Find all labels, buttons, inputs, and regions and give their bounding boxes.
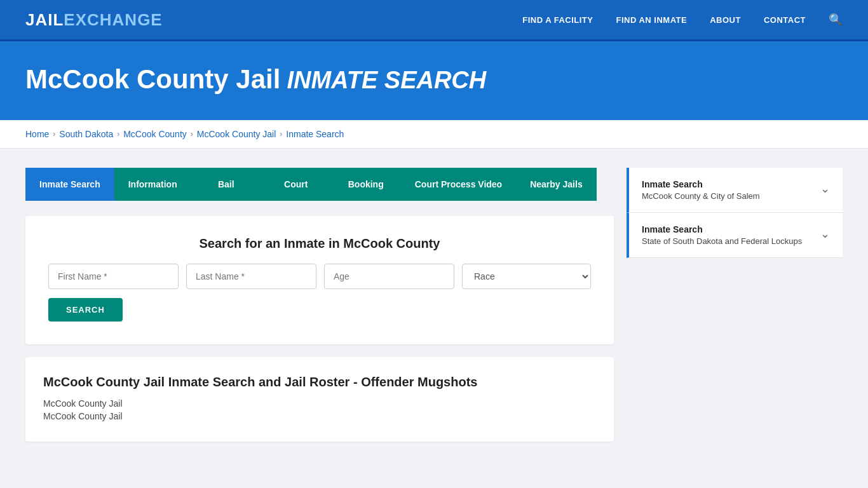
breadcrumb-sep-3: › [191, 130, 193, 139]
sidebar-card-sd-label: Inmate Search [642, 224, 802, 234]
breadcrumb-mccook-county[interactable]: McCook County [123, 129, 187, 139]
sidebar-card-mccook-label: Inmate Search [642, 179, 760, 189]
sidebar-card-mccook-sublabel: McCook County & City of Salem [642, 191, 760, 201]
info-heading: McCook County Jail Inmate Search and Jai… [43, 375, 596, 390]
chevron-down-icon: ⌄ [820, 182, 830, 196]
search-fields: Race White Black Hispanic Asian Other [48, 264, 591, 289]
breadcrumb: Home › South Dakota › McCook County › Mc… [25, 129, 843, 139]
tab-booking[interactable]: Booking [331, 168, 401, 201]
breadcrumb-home[interactable]: Home [25, 129, 49, 139]
logo-exchange: EXCHANGE [64, 10, 162, 30]
tab-information[interactable]: Information [114, 168, 191, 201]
tab-inmate-search[interactable]: Inmate Search [25, 168, 114, 201]
breadcrumb-mccook-jail[interactable]: McCook County Jail [197, 129, 276, 139]
breadcrumb-south-dakota[interactable]: South Dakota [59, 129, 113, 139]
sidebar-card-sd-content: Inmate Search State of South Dakota and … [642, 224, 802, 246]
right-sidebar: Inmate Search McCook County & City of Sa… [627, 168, 843, 442]
tab-court-process-video[interactable]: Court Process Video [401, 168, 516, 201]
page-title: McCook County JailINMATE SEARCH [25, 64, 843, 95]
tabs-bar: Inmate Search Information Bail Court Boo… [25, 168, 614, 201]
main-content: Inmate Search Information Bail Court Boo… [0, 149, 868, 461]
breadcrumb-sep-4: › [280, 130, 282, 139]
header: JAILEXCHANGE FIND A FACILITY FIND AN INM… [0, 0, 868, 41]
logo[interactable]: JAILEXCHANGE [25, 10, 163, 30]
tab-nearby-jails[interactable]: Nearby Jails [516, 168, 597, 201]
search-heading: Search for an Inmate in McCook County [48, 236, 591, 251]
breadcrumb-sep-1: › [53, 130, 55, 139]
page-title-italic: INMATE SEARCH [287, 67, 486, 93]
search-card: Search for an Inmate in McCook County Ra… [25, 216, 614, 344]
chevron-down-icon-2: ⌄ [820, 227, 830, 241]
last-name-input[interactable] [186, 264, 316, 289]
sidebar-card-mccook[interactable]: Inmate Search McCook County & City of Sa… [627, 168, 843, 213]
tab-bail[interactable]: Bail [191, 168, 261, 201]
tab-court[interactable]: Court [261, 168, 331, 201]
logo-jail: JAIL [25, 10, 64, 30]
breadcrumb-bar: Home › South Dakota › McCook County › Mc… [0, 120, 868, 149]
info-line-2: McCook County Jail [43, 411, 596, 421]
sidebar-card-sd[interactable]: Inmate Search State of South Dakota and … [627, 213, 843, 258]
left-column: Inmate Search Information Bail Court Boo… [25, 168, 614, 442]
first-name-input[interactable] [48, 264, 179, 289]
info-line-1: McCook County Jail [43, 398, 596, 409]
nav-find-facility[interactable]: FIND A FACILITY [522, 15, 593, 25]
breadcrumb-sep-2: › [117, 130, 119, 139]
breadcrumb-current: Inmate Search [286, 129, 344, 139]
main-nav: FIND A FACILITY FIND AN INMATE ABOUT CON… [522, 13, 843, 27]
age-input[interactable] [324, 264, 454, 289]
hero-banner: McCook County JailINMATE SEARCH [0, 41, 868, 120]
sidebar-card-mccook-content: Inmate Search McCook County & City of Sa… [642, 179, 760, 201]
search-icon[interactable]: 🔍 [829, 13, 843, 27]
nav-contact[interactable]: CONTACT [764, 15, 806, 25]
nav-about[interactable]: ABOUT [710, 15, 741, 25]
nav-find-inmate[interactable]: FIND AN INMATE [616, 15, 687, 25]
sidebar-card-sd-sublabel: State of South Dakota and Federal Lockup… [642, 236, 802, 246]
page-title-main: McCook County Jail [25, 64, 280, 94]
race-select[interactable]: Race White Black Hispanic Asian Other [462, 264, 591, 289]
search-button[interactable]: SEARCH [48, 298, 123, 322]
info-card: McCook County Jail Inmate Search and Jai… [25, 357, 614, 442]
